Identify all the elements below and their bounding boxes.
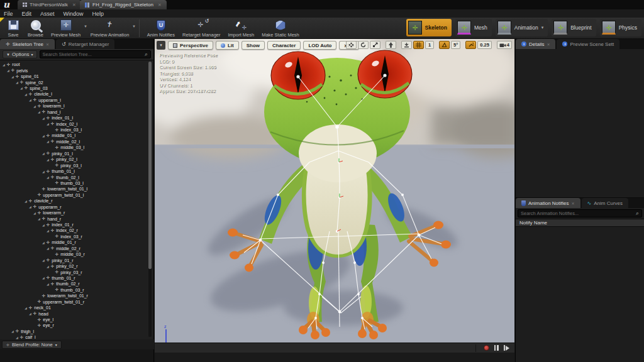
tree-item-middle_02_l[interactable]: ◢ ✛ middle_02_l (0, 139, 153, 145)
tree-item-pinky_03_r[interactable]: ◢ ✛ pinky_03_r (0, 269, 153, 275)
tree-item-eye_r[interactable]: ◢ ✛ eye_r (0, 322, 153, 328)
skeleton-search-input[interactable] (43, 52, 145, 57)
tree-item-spine_01[interactable]: ◢ ✛ spine_01 (0, 74, 153, 79)
tree-item-pinky_01_r[interactable]: ◢ ✛ pinky_01_r (0, 257, 153, 263)
tree-item-calf_l[interactable]: ◢ ✛ calf_l (0, 334, 153, 339)
tree-item-spine_03[interactable]: ◢ ✛ spine_03 (0, 85, 153, 91)
scale-tool-button[interactable] (370, 41, 380, 49)
tab-preview-scene-settings[interactable]: i Preview Scene Sett (557, 39, 619, 49)
expand-arrow[interactable]: ◢ (42, 151, 45, 155)
tree-item-lowerarm_twist_01_l[interactable]: ◢ ✛ lowerarm_twist_01_l (0, 186, 153, 192)
show-menu-button[interactable]: Show (242, 41, 265, 50)
tree-item-eye_l[interactable]: ◢ ✛ eye_l (0, 317, 153, 322)
mode-animation-button[interactable]: Animation ▾ (496, 19, 548, 36)
tab-close-icon[interactable]: ✕ (46, 42, 49, 47)
tree-item-pinky_02_l[interactable]: ◢ ✛ pinky_02_l (0, 156, 153, 162)
expand-arrow[interactable]: ◢ (29, 312, 31, 315)
grid-snap-value[interactable]: 1 (425, 41, 434, 49)
expand-arrow[interactable]: ◢ (38, 110, 40, 114)
record-button[interactable] (484, 345, 489, 351)
tree-item-pinky_03_l[interactable]: ◢ ✛ pinky_03_l (0, 162, 153, 168)
tree-scrollbar[interactable] (148, 62, 152, 337)
import-mesh-button[interactable]: Import Mesh (225, 18, 258, 38)
tree-item-thumb_01_l[interactable]: ◢ ✛ thumb_01_l (0, 168, 153, 174)
tree-item-index_01_l[interactable]: ◢ ✛ index_01_l (0, 115, 153, 121)
preview-animation-dropdown[interactable]: ▾ (133, 24, 135, 29)
tab-close-icon[interactable]: ✕ (547, 42, 550, 47)
tab-close-icon[interactable]: ✕ (72, 3, 76, 8)
lit-mode-button[interactable]: Lit (216, 41, 239, 50)
options-button[interactable]: ▼ Options ▾ (3, 50, 37, 58)
mode-skeleton-button[interactable]: Skeleton (406, 19, 452, 36)
character-menu-button[interactable]: Character (267, 41, 301, 50)
tree-item-thumb_02_r[interactable]: ◢ ✛ thumb_02_r (0, 281, 153, 287)
tree-scrollbar-thumb[interactable] (148, 62, 152, 269)
expand-arrow[interactable]: ◢ (42, 276, 45, 280)
scale-snap-value[interactable]: 0.25 (477, 41, 492, 49)
tab-close-icon[interactable]: ✕ (158, 3, 162, 8)
tree-item-upperarm_twist_01_r[interactable]: ◢ ✛ upperarm_twist_01_r (0, 299, 153, 305)
lod-auto-button[interactable]: LOD Auto (303, 41, 336, 50)
expand-arrow[interactable]: ◢ (42, 116, 45, 120)
tab-retarget-manager[interactable]: ↺ Retarget Manager (56, 39, 114, 49)
world-local-toggle[interactable] (386, 41, 396, 49)
tab-details[interactable]: i Details ✕ (516, 39, 555, 49)
expand-arrow[interactable]: ◢ (42, 134, 45, 138)
expand-arrow[interactable]: ◢ (47, 140, 49, 143)
scale-snap-toggle[interactable] (465, 41, 476, 49)
tree-item-clavicle_l[interactable]: ◢ ✛ clavicle_l (0, 91, 153, 97)
tree-item-index_02_r[interactable]: ◢ ✛ index_02_r (0, 228, 153, 233)
tree-item-middle_01_l[interactable]: ◢ ✛ middle_01_l (0, 133, 153, 138)
tree-item-clavicle_r[interactable]: ◢ ✛ clavicle_r (0, 198, 153, 204)
mode-mesh-button[interactable]: Mesh (455, 19, 492, 36)
tree-item-head[interactable]: ◢ ✛ head (0, 310, 153, 316)
save-button[interactable]: Save (3, 18, 24, 38)
expand-arrow[interactable]: ◢ (29, 205, 31, 209)
preview-mesh-button[interactable]: Preview Mesh (47, 18, 84, 38)
expand-arrow[interactable]: ◢ (38, 217, 40, 221)
menu-item[interactable]: File (4, 11, 13, 17)
tab-thirdpersonwalk[interactable]: ThirdPersonWalk ✕ (18, 0, 81, 9)
menu-item[interactable]: Window (64, 11, 84, 17)
make-static-mesh-button[interactable]: Make Static Mesh (258, 18, 303, 38)
rotation-snap-value[interactable]: 5° (451, 41, 460, 49)
expand-arrow[interactable]: ◢ (7, 69, 9, 72)
3d-viewport[interactable]: ▾ Perspective Lit Show Character LOD Aut… (155, 39, 514, 362)
tree-item-middle_01_r[interactable]: ◢ ✛ middle_01_r (0, 239, 153, 245)
tree-item-lowerarm_twist_01_r[interactable]: ◢ ✛ lowerarm_twist_01_r (0, 293, 153, 299)
tree-item-upperarm_r[interactable]: ◢ ✛ upperarm_r (0, 204, 153, 210)
preview-animation-button[interactable]: Preview Animation (87, 18, 133, 38)
expand-arrow[interactable]: ◢ (29, 98, 31, 102)
blend-profile-button[interactable]: ✛ Blend Profile: None ▾ (2, 341, 62, 349)
expand-arrow[interactable]: ◢ (33, 104, 36, 108)
tree-item-index_03_r[interactable]: ◢ ✛ index_03_r (0, 234, 153, 239)
tree-item-index_01_r[interactable]: ◢ ✛ index_01_r (0, 222, 153, 228)
browse-button[interactable]: Browse (24, 18, 47, 38)
tree-item-pinky_01_l[interactable]: ◢ ✛ pinky_01_l (0, 151, 153, 156)
expand-arrow[interactable]: ◢ (3, 63, 5, 67)
expand-arrow[interactable]: ◢ (47, 282, 49, 286)
tree-item-hand_r[interactable]: ◢ ✛ hand_r (0, 216, 153, 221)
tree-item-thumb_01_r[interactable]: ◢ ✛ thumb_01_r (0, 275, 153, 281)
tab-skeleton-tree[interactable]: ✛ Skeleton Tree ✕ (0, 39, 55, 49)
tree-item-index_03_l[interactable]: ◢ ✛ index_03_l (0, 127, 153, 133)
expand-arrow[interactable]: ◢ (42, 223, 45, 227)
tree-item-lowerarm_r[interactable]: ◢ ✛ lowerarm_r (0, 210, 153, 216)
tree-item-thumb_03_l[interactable]: ◢ ✛ thumb_03_l (0, 180, 153, 186)
tree-item-pinky_02_r[interactable]: ◢ ✛ pinky_02_r (0, 263, 153, 269)
mode-blueprint-button[interactable]: Blueprint (552, 19, 596, 36)
anim-notifies-button[interactable]: U Anim Notifies (143, 18, 179, 38)
expand-arrow[interactable]: ◢ (11, 329, 14, 333)
expand-arrow[interactable]: ◢ (11, 75, 14, 79)
expand-arrow[interactable]: ◢ (25, 199, 27, 203)
perspective-button[interactable]: Perspective (168, 41, 213, 50)
expand-arrow[interactable]: ◢ (47, 265, 49, 268)
tab-anim-curves[interactable]: ∿ Anim Curves (582, 198, 629, 208)
menu-item[interactable]: Asset (40, 11, 55, 17)
expand-arrow[interactable]: ◢ (20, 86, 23, 90)
step-forward-button[interactable] (504, 345, 510, 351)
tree-item-spine_02[interactable]: ◢ ✛ spine_02 (0, 79, 153, 85)
expand-arrow[interactable]: ◢ (42, 241, 45, 244)
tree-item-middle_03_r[interactable]: ◢ ✛ middle_03_r (0, 251, 153, 257)
translate-tool-button[interactable] (346, 41, 357, 49)
